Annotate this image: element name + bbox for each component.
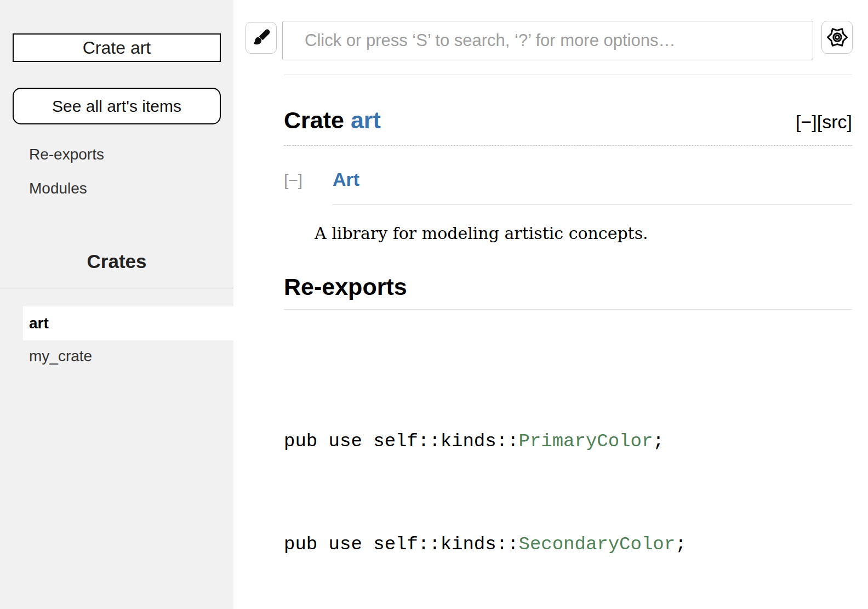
theme-picker-button[interactable] [245, 22, 277, 54]
reexport-suffix: ; [653, 431, 664, 452]
sidebar: Crate art See all art's items Re-exports… [0, 0, 233, 609]
reexports-heading: Re-exports [284, 274, 852, 310]
page-title: Crate art [284, 107, 381, 134]
reexports-code-block: pub use self::kinds::PrimaryColor; pub u… [284, 326, 852, 609]
docblock: Art A library for modeling artistic conc… [315, 169, 852, 243]
reexport-item-link[interactable]: SecondaryColor [518, 534, 675, 555]
page-heading-row: Crate art [−][src] [284, 107, 852, 134]
docblock-title-link[interactable]: Art [333, 169, 359, 190]
docblock-description: A library for modeling artistic concepts… [315, 224, 852, 243]
docblock-title-heading: Art [333, 169, 852, 205]
see-all-items-button[interactable]: See all art's items [13, 88, 221, 124]
sidebar-divider [0, 288, 233, 288]
reexport-prefix: pub use self::kinds:: [284, 431, 518, 452]
reexport-line: pub use self::kinds::PrimaryColor; [284, 429, 852, 454]
reexport-suffix: ; [675, 534, 686, 555]
heading-dotted-divider [284, 145, 852, 146]
crates-heading: Crates [0, 251, 233, 272]
search-input[interactable] [282, 21, 813, 60]
reexport-line: pub use self::kinds::SecondaryColor; [284, 532, 852, 557]
settings-button[interactable] [821, 21, 853, 54]
src-link[interactable]: [src] [817, 111, 852, 132]
reexport-item-link[interactable]: PrimaryColor [518, 431, 653, 452]
crate-list-item[interactable]: art [23, 306, 233, 340]
collapse-all-link[interactable]: [−] [796, 111, 817, 132]
crate-list: art my_crate [0, 306, 233, 372]
gear-icon [826, 26, 849, 49]
sidebar-section-link[interactable]: Re-exports [0, 138, 233, 172]
docblock-collapse-toggle[interactable]: [−] [284, 169, 315, 243]
top-toolbar [233, 0, 868, 60]
sidebar-crate-title[interactable]: Crate art [13, 33, 221, 62]
reexport-prefix: pub use self::kinds:: [284, 534, 518, 555]
page-content: Crate art [−][src] [−] Art A library for… [284, 107, 852, 609]
toolbar-divider [284, 75, 852, 75]
sidebar-section-link[interactable]: Modules [0, 172, 233, 206]
page-title-prefix: Crate [284, 107, 351, 133]
crate-docblock-row: [−] Art A library for modeling artistic … [284, 169, 852, 243]
sidebar-section-links: Re-exports Modules [0, 138, 233, 206]
main-content: Crate art [−][src] [−] Art A library for… [233, 0, 868, 609]
crate-name-link[interactable]: art [351, 107, 381, 133]
crate-list-item[interactable]: my_crate [23, 340, 233, 372]
out-of-band-links: [−][src] [796, 111, 852, 133]
paintbrush-icon [251, 27, 272, 48]
